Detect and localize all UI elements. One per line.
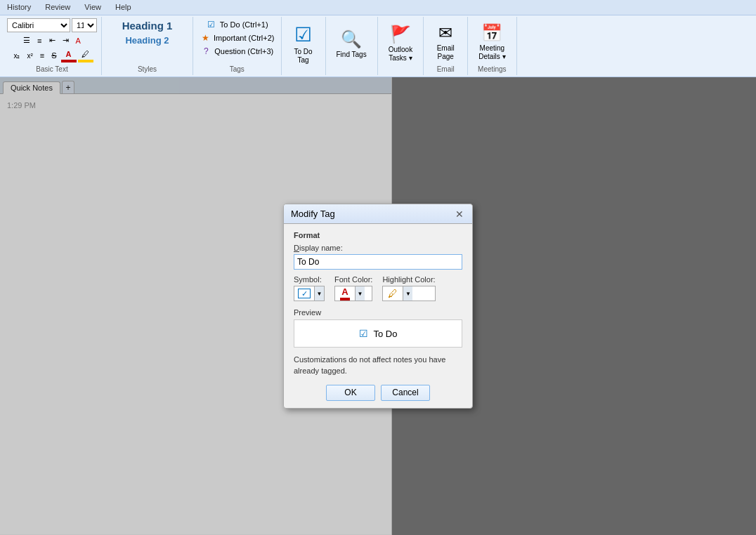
format-controls-row: Symbol: ✓ ▼ Font Color: A [294, 275, 462, 301]
email-page-label: EmailPage [437, 44, 455, 61]
display-name-input[interactable] [294, 254, 462, 270]
checkbox-icon: ☑ [206, 19, 217, 30]
checkbox-large-icon: ☑ [294, 23, 312, 46]
ribbon-content: Calibri 11 ☰ ≡ ⇤ ⇥ A x₂ x² ≡ [0, 15, 756, 77]
email-label: Email [437, 65, 455, 74]
font-size-select[interactable]: 11 [72, 18, 97, 32]
email-page-btn[interactable]: ✉ EmailPage [428, 18, 463, 65]
tag-important[interactable]: ★ Important (Ctrl+2) [197, 32, 277, 44]
find-tags-label: Find Tags [337, 51, 367, 58]
symbol-icon: ✓ [298, 289, 311, 298]
highlight-bar [78, 60, 93, 62]
subscript-btn[interactable]: x₂ [11, 51, 22, 61]
strikethrough-btn[interactable]: S [48, 50, 59, 61]
basic-text-label: Basic Text [36, 65, 67, 74]
dialog-close-btn[interactable]: ✕ [454, 209, 465, 219]
modify-tag-dialog: Modify Tag ✕ Format Display name: Symbol… [283, 204, 473, 409]
highlight-color-label: Highlight Color: [382, 275, 435, 284]
email-group: ✉ EmailPage Email [424, 17, 468, 75]
dialog-body: Format Display name: Symbol: ✓ ▼ Font Co… [284, 224, 472, 408]
meetings-group: 📅 MeetingDetails ▾ Meetings [468, 17, 516, 75]
preview-text: To Do [374, 329, 398, 339]
indent-increase-btn[interactable]: ⇥ [60, 34, 72, 46]
clear-formatting-btn[interactable]: A [73, 35, 84, 46]
font-family-select[interactable]: Calibri [7, 18, 70, 32]
font-color-dropdown-arrow[interactable]: ▼ [355, 286, 365, 300]
preview-box: ☑ To Do [294, 319, 462, 348]
display-name-label: Display name: [294, 244, 462, 252]
tags-group: ☑ To Do (Ctrl+1) ★ Important (Ctrl+2) ? … [193, 17, 282, 75]
tab-view[interactable]: View [77, 1, 108, 15]
highlight-color-btn[interactable]: 🖊 ▼ [382, 286, 435, 301]
cancel-button[interactable]: Cancel [381, 385, 430, 401]
find-tags-group: 🔍 Find Tags [326, 17, 378, 75]
modal-overlay: Modify Tag ✕ Format Display name: Symbol… [0, 77, 756, 535]
highlight-icon: 🖊 [388, 288, 398, 299]
preview-label: Preview [294, 308, 462, 317]
flag-icon: 🚩 [390, 25, 411, 44]
style-heading1[interactable]: Heading 1 [119, 18, 176, 33]
find-tags-btn[interactable]: 🔍 Find Tags [330, 18, 373, 69]
font-color-icon: A [341, 286, 348, 297]
todo-tag-btn[interactable]: ☑ To DoTag [286, 18, 321, 69]
tag-question[interactable]: ? Question (Ctrl+3) [198, 45, 275, 58]
tab-review[interactable]: Review [38, 1, 77, 15]
indent-decrease-btn[interactable]: ⇤ [46, 34, 58, 46]
outlook-tasks-label: OutlookTasks ▾ [389, 46, 412, 62]
outlook-tasks-group: 🚩 OutlookTasks ▾ [378, 17, 424, 75]
font-color-btn[interactable]: A ▼ [334, 286, 372, 301]
font-color-btn[interactable]: A [63, 48, 74, 60]
ok-button[interactable]: OK [326, 385, 375, 401]
tag-todo[interactable]: ☑ To Do (Ctrl+1) [204, 18, 271, 31]
numbered-list-btn[interactable]: ≡ [34, 35, 44, 46]
symbol-dropdown-arrow[interactable]: ▼ [314, 286, 324, 300]
symbol-label: Symbol: [294, 275, 325, 284]
tags-label: Tags [230, 65, 245, 74]
tab-help[interactable]: Help [108, 1, 138, 15]
format-row1: ☰ ≡ ⇤ ⇥ A [20, 34, 84, 46]
symbol-btn[interactable]: ✓ ▼ [294, 286, 325, 301]
todo-tag-group: ☑ To DoTag [282, 17, 326, 75]
preview-section: Preview ☑ To Do [294, 308, 462, 348]
email-icon: ✉ [438, 23, 452, 43]
symbol-control: Symbol: ✓ ▼ [294, 275, 325, 301]
symbol-swatch: ✓ [294, 286, 314, 300]
tab-history[interactable]: History [0, 1, 38, 15]
star-icon: ★ [200, 32, 211, 44]
dialog-header: Modify Tag ✕ [284, 204, 472, 224]
bullet-list-btn[interactable]: ☰ [20, 34, 33, 46]
highlight-color-swatch: 🖊 [383, 286, 403, 300]
outlook-tasks-btn[interactable]: 🚩 OutlookTasks ▾ [382, 18, 419, 69]
font-color-swatch: A [335, 286, 355, 300]
font-color-label: Font Color: [334, 275, 372, 284]
font-color-underline [340, 298, 350, 300]
calendar-icon: 📅 [481, 23, 502, 43]
format-section-label: Format [294, 231, 462, 239]
font-row: Calibri 11 [7, 18, 97, 32]
highlight-btn[interactable]: 🖊 [79, 48, 92, 60]
highlight-color-control: Highlight Color: 🖊 ▼ [382, 275, 435, 301]
meetings-label: Meetings [478, 65, 507, 74]
format-row2: x₂ x² ≡ S A 🖊 [11, 48, 93, 62]
font-color-control: Font Color: A ▼ [334, 275, 372, 301]
align-btn[interactable]: ≡ [37, 50, 47, 61]
superscript-btn[interactable]: x² [24, 51, 35, 61]
preview-check-icon: ☑ [359, 328, 368, 339]
meeting-details-btn[interactable]: 📅 MeetingDetails ▾ [472, 18, 511, 65]
tag-important-label: Important (Ctrl+2) [214, 34, 275, 42]
style-heading2[interactable]: Heading 2 [122, 34, 172, 47]
dialog-buttons: OK Cancel [294, 385, 462, 401]
note-text: Customizations do not affect notes you h… [294, 355, 462, 376]
todo-tag-label: To DoTag [294, 48, 312, 65]
styles-label: Styles [138, 65, 157, 74]
meeting-details-label: MeetingDetails ▾ [478, 44, 505, 61]
dialog-title: Modify Tag [291, 209, 335, 219]
basic-text-group: Calibri 11 ☰ ≡ ⇤ ⇥ A x₂ x² ≡ [3, 17, 102, 75]
ribbon: History Review View Help Calibri 11 ☰ ≡ [0, 0, 756, 77]
question-icon: ? [200, 46, 211, 57]
tag-todo-label: To Do (Ctrl+1) [220, 20, 268, 29]
highlight-dropdown-arrow[interactable]: ▼ [403, 286, 412, 300]
search-tags-icon: 🔍 [341, 29, 362, 49]
styles-group: Heading 1 Heading 2 Styles [102, 17, 193, 75]
font-color-bar [61, 60, 77, 62]
